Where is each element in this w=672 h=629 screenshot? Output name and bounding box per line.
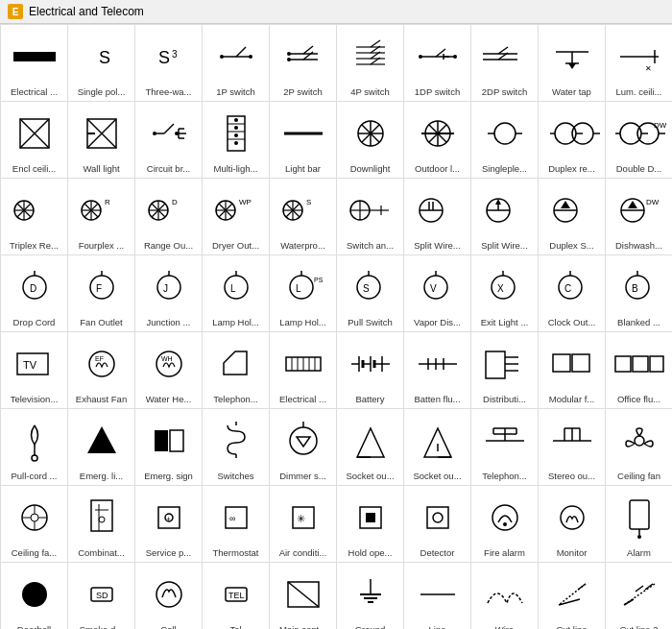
cell-water-tap[interactable]: Water tap <box>539 25 606 102</box>
svg-point-212 <box>290 427 317 454</box>
cell-telephone2[interactable]: Telephon... <box>471 409 539 486</box>
cell-electrical[interactable]: Electrical ... <box>1 25 68 102</box>
cell-call[interactable]: Call <box>135 563 203 629</box>
cell-dishwash[interactable]: DW Dishwash... <box>606 179 672 255</box>
cell-encl-ceiling[interactable]: Encl ceili... <box>1 102 68 179</box>
symbol-grid: Electrical ... S Single pol... S 3 Three… <box>0 24 672 629</box>
cell-downlight[interactable]: Downlight <box>337 102 404 179</box>
cell-range-out[interactable]: D Range Ou... <box>135 179 203 255</box>
cell-fan-outlet[interactable]: F Fan Outlet <box>68 255 135 332</box>
cell-modular-f[interactable]: Modular f... <box>539 332 606 409</box>
cell-switches[interactable]: Switches <box>203 409 270 486</box>
svg-point-262 <box>156 582 181 607</box>
cell-dryer-out[interactable]: WP Dryer Out... <box>203 179 270 255</box>
cell-split-wire2[interactable]: Split Wire... <box>471 179 539 255</box>
svg-rect-2 <box>13 52 56 61</box>
cell-air-condit[interactable]: ✳ Air conditi... <box>270 486 337 563</box>
cell-singleple[interactable]: Singleple... <box>471 102 539 179</box>
cell-hold-ope[interactable]: Hold ope... <box>337 486 404 563</box>
cell-smoke-d[interactable]: SD Smoke d... <box>68 563 135 629</box>
cell-double-d[interactable]: DW Double D... <box>606 102 672 179</box>
cell-combinat[interactable]: Combinat... <box>68 486 135 563</box>
svg-point-63 <box>234 141 238 145</box>
cell-1dp-switch[interactable]: 1DP switch <box>404 25 471 102</box>
cell-lum-ceil[interactable]: ✕ Lum. ceili... <box>606 25 672 102</box>
cell-light-bar[interactable]: Light bar <box>270 102 337 179</box>
cell-2p-switch[interactable]: 2P switch <box>270 25 337 102</box>
cell-lamp-hol2[interactable]: L PS Lamp Hol... <box>270 255 337 332</box>
cell-socket-ou2[interactable]: Socket ou... <box>404 409 471 486</box>
svg-point-15 <box>287 58 291 61</box>
cell-socket-ou1[interactable]: Socket ou... <box>337 409 404 486</box>
cell-junction[interactable]: J Junction ... <box>135 255 203 332</box>
cell-single-pole[interactable]: S Single pol... <box>68 25 135 102</box>
cell-switch-an[interactable]: Switch an... <box>337 179 404 255</box>
cell-circuit-br[interactable]: Circuit br... <box>135 102 203 179</box>
cell-electrical2[interactable]: Electrical ... <box>270 332 337 409</box>
svg-point-151 <box>290 276 313 299</box>
cell-pull-cord[interactable]: Pull-cord ... <box>1 409 68 486</box>
cell-water-he[interactable]: WH Water He... <box>135 332 203 409</box>
svg-rect-204 <box>650 356 663 372</box>
cell-ground[interactable]: Ground <box>337 563 404 629</box>
svg-marker-134 <box>561 201 570 208</box>
svg-point-61 <box>234 126 238 130</box>
cell-clock-out[interactable]: C Clock Out... <box>539 255 606 332</box>
electrical-icon: E <box>8 4 23 19</box>
cell-cut-line1[interactable]: Cut line <box>539 563 606 629</box>
cell-ceiling-fan[interactable]: Ceiling fan <box>606 409 672 486</box>
cell-detector[interactable]: Detector <box>404 486 471 563</box>
svg-text:S: S <box>158 48 170 67</box>
cell-wall-light[interactable]: Wall light <box>68 102 135 179</box>
cell-blanked[interactable]: B Blanked ... <box>606 255 672 332</box>
cell-dimmer-s[interactable]: Dimmer s... <box>270 409 337 486</box>
cell-three-way[interactable]: S 3 Three-wa... <box>135 25 203 102</box>
cell-stereo-ou[interactable]: Stereo ou... <box>539 409 606 486</box>
cell-fire-alarm[interactable]: Fire alarm <box>471 486 539 563</box>
cell-monitor[interactable]: Monitor <box>539 486 606 563</box>
cell-ceiling-fa2[interactable]: Ceiling fa... <box>1 486 68 563</box>
cell-line[interactable]: Line <box>404 563 471 629</box>
cell-doorbell[interactable]: Doorbell <box>1 563 68 629</box>
cell-pull-switch[interactable]: S Pull Switch <box>337 255 404 332</box>
cell-alarm[interactable]: Alarm <box>606 486 672 563</box>
cell-vapor-dis[interactable]: V Vapor Dis... <box>404 255 471 332</box>
cell-thermostat[interactable]: ∞ Thermostat <box>203 486 270 563</box>
cell-tel[interactable]: TEL Tel <box>203 563 270 629</box>
svg-rect-200 <box>553 354 570 372</box>
svg-point-252 <box>433 513 443 522</box>
svg-point-253 <box>492 505 517 530</box>
cell-4p-switch[interactable]: 4P switch <box>337 25 404 102</box>
cell-office-flu[interactable]: Office flu... <box>606 332 672 409</box>
cell-split-wire1[interactable]: Split Wire... <box>404 179 471 255</box>
cell-emerg-li[interactable]: Emerg. li... <box>68 409 135 486</box>
cell-wire[interactable]: Wire <box>471 563 539 629</box>
cell-multi-light[interactable]: Multi-ligh... <box>203 102 270 179</box>
cell-main-cont[interactable]: Main cont... <box>270 563 337 629</box>
cell-cut-line2[interactable]: Cut line 2 <box>606 563 672 629</box>
cell-exit-light[interactable]: X Exit Light ... <box>471 255 539 332</box>
cell-duplex-re[interactable]: Duplex re... <box>539 102 606 179</box>
cell-1p-switch[interactable]: 1P switch <box>203 25 270 102</box>
svg-line-278 <box>636 586 643 592</box>
cell-television[interactable]: TV Television... <box>1 332 68 409</box>
cell-2dp-switch[interactable]: 2DP switch <box>471 25 539 102</box>
cell-lamp-hol1[interactable]: L Lamp Hol... <box>203 255 270 332</box>
cell-distributi[interactable]: Distributi... <box>471 332 539 409</box>
cell-service-p[interactable]: + Service p... <box>135 486 203 563</box>
svg-line-7 <box>236 47 246 57</box>
cell-outdoor-l[interactable]: Outdoor l... <box>404 102 471 179</box>
cell-telephone[interactable]: Telephon... <box>203 332 270 409</box>
svg-rect-251 <box>427 507 448 528</box>
cell-battery[interactable]: Battery <box>337 332 404 409</box>
svg-marker-176 <box>224 351 247 375</box>
cell-exhaust-fan[interactable]: EF Exhaust Fan <box>68 332 135 409</box>
cell-duplex-s[interactable]: Duplex S... <box>539 179 606 255</box>
cell-batten-flu[interactable]: Batten flu... <box>404 332 471 409</box>
svg-point-26 <box>419 55 422 59</box>
cell-emerg-sign[interactable]: Emerg. sign <box>135 409 203 486</box>
cell-fourplex[interactable]: R Fourplex ... <box>68 179 135 255</box>
cell-waterpro[interactable]: S Waterpro... <box>270 179 337 255</box>
cell-triplex-re[interactable]: Triplex Re... <box>1 179 68 255</box>
cell-drop-cord[interactable]: D Drop Cord <box>1 255 68 332</box>
